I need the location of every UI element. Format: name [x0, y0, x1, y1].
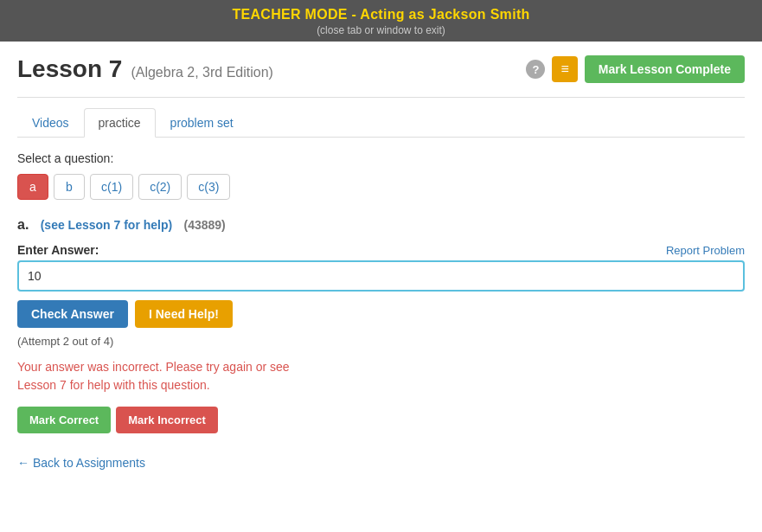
teacher-banner-subtitle: (close tab or window to exit) [0, 24, 762, 36]
question-btn-c2[interactable]: c(2) [138, 174, 182, 200]
incorrect-message-line1: Your answer was incorrect. Please try ag… [17, 360, 290, 374]
answer-actions: Check Answer I Need Help! [17, 300, 745, 328]
mark-lesson-complete-button[interactable]: Mark Lesson Complete [585, 55, 745, 83]
mark-incorrect-button[interactable]: Mark Incorrect [116, 407, 218, 433]
answer-input[interactable] [17, 260, 745, 292]
question-btn-c1[interactable]: c(1) [90, 174, 133, 200]
question-help-link[interactable]: (see Lesson 7 for help) [41, 218, 172, 232]
enter-answer-row: Enter Answer: Report Problem [17, 243, 745, 257]
question-btn-a[interactable]: a [17, 174, 48, 200]
incorrect-lesson-link[interactable]: Lesson 7 [17, 378, 67, 392]
need-help-button[interactable]: I Need Help! [135, 300, 233, 328]
attempt-info: (Attempt 2 out of 4) [17, 335, 745, 348]
help-icon[interactable]: ? [526, 60, 545, 79]
mark-correct-button[interactable]: Mark Correct [17, 407, 111, 433]
question-part: a. [17, 217, 29, 232]
tab-practice[interactable]: practice [84, 108, 156, 138]
question-select-label: Select a question: [17, 151, 745, 165]
notes-button[interactable]: ≡ [552, 56, 577, 82]
report-problem-link[interactable]: Report Problem [666, 244, 745, 257]
tabs: Videos practice problem set [17, 108, 745, 138]
teacher-banner: TEACHER MODE - Acting as Jackson Smith (… [0, 0, 762, 42]
back-to-assignments-link[interactable]: ← Back to Assignments [17, 447, 145, 478]
tab-problem-set[interactable]: problem set [156, 108, 248, 138]
incorrect-message-line2: for help with this question. [70, 378, 210, 392]
question-buttons: a b c(1) c(2) c(3) [17, 174, 745, 200]
question-btn-b[interactable]: b [54, 174, 85, 200]
header-divider [17, 97, 745, 98]
lesson-subtitle: (Algebra 2, 3rd Edition) [131, 65, 273, 80]
incorrect-message: Your answer was incorrect. Please try ag… [17, 358, 745, 394]
lesson-title-group: Lesson 7 (Algebra 2, 3rd Edition) [17, 55, 273, 83]
enter-answer-label: Enter Answer: [17, 243, 99, 257]
teacher-banner-title: TEACHER MODE - Acting as Jackson Smith [0, 7, 762, 22]
question-part-label: a. (see Lesson 7 for help) (43889) [17, 217, 745, 233]
question-id: (43889) [184, 218, 226, 232]
back-to-assignments-label: Back to Assignments [33, 456, 145, 470]
back-arrow-icon: ← [17, 456, 29, 470]
lesson-header-actions: ? ≡ Mark Lesson Complete [526, 55, 745, 83]
tab-videos[interactable]: Videos [17, 108, 84, 138]
lesson-title: Lesson 7 [17, 55, 122, 83]
question-btn-c3[interactable]: c(3) [187, 174, 230, 200]
teacher-actions: Mark Correct Mark Incorrect [17, 407, 745, 433]
lesson-header: Lesson 7 (Algebra 2, 3rd Edition) ? ≡ Ma… [17, 55, 745, 83]
check-answer-button[interactable]: Check Answer [17, 300, 128, 328]
main-content: Lesson 7 (Algebra 2, 3rd Edition) ? ≡ Ma… [0, 42, 762, 478]
